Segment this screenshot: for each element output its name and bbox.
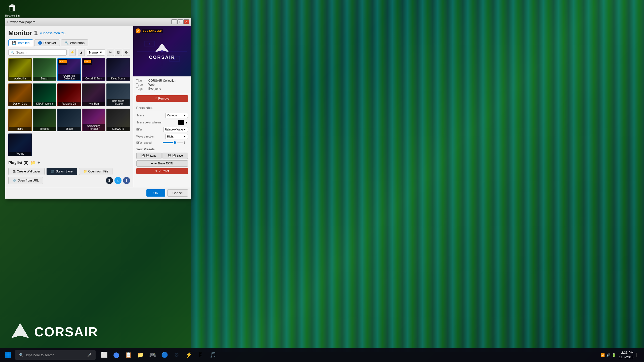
cue-badge-corsair-collection: ⊙ CUE [58, 59, 67, 65]
grid-item-ricepod[interactable]: Ricepod [33, 109, 57, 131]
speed-slider-thumb[interactable] [173, 141, 177, 144]
app-icon-3[interactable]: 📋 [123, 349, 134, 360]
app-icon-4[interactable]: 📁 [135, 349, 146, 360]
color-chevron-icon[interactable]: ▼ [185, 121, 188, 124]
app-icon-9[interactable]: 🎵 [207, 349, 218, 360]
ok-button[interactable]: OK [146, 189, 165, 197]
load-save-row: 💾 💾 Load 💾 💾 Save [136, 153, 188, 159]
grid-item-shimmering-particles[interactable]: Shimmering Particles [82, 109, 106, 131]
settings-icon[interactable]: ⚙ [123, 49, 130, 56]
grid-item-sheep[interactable]: Sheep [57, 109, 81, 131]
share-json-button[interactable]: ↩ ↩ Share JSON [136, 160, 188, 167]
scissors-icon[interactable]: ✂ [107, 49, 114, 56]
start-button[interactable] [2, 349, 14, 361]
grid-item-beach[interactable]: Beach [33, 58, 57, 81]
grid-item-dna-fragment[interactable]: DNA Fragment [33, 83, 57, 106]
twitter-social-icon[interactable]: t [114, 177, 122, 184]
wave-direction-dropdown[interactable]: Right ▼ [165, 134, 188, 139]
scene-dropdown[interactable]: Cartoon ▼ [165, 113, 188, 118]
effect-value: Rainbow Wave [165, 128, 184, 131]
steam-social-icon[interactable]: S [106, 177, 113, 184]
grid-item-fantastic-car[interactable]: Fantastic Car [57, 83, 81, 106]
share-json-icon: ↩ [151, 162, 153, 165]
grid-item-corsair-dtron[interactable]: ⊙ CUE Corsair D-Tron [82, 58, 106, 81]
network-icon[interactable]: 📶 [601, 353, 605, 357]
color-swatch[interactable] [178, 120, 184, 125]
tags-label: Tags [136, 87, 146, 90]
sort-chevron-icon: ▼ [99, 51, 103, 54]
grid-item-kylo-ren[interactable]: Kylo Ren [82, 83, 106, 106]
grid-item-label-deep-space: Deep Space [107, 77, 130, 80]
cancel-button[interactable]: Cancel [167, 189, 188, 197]
playlist-add-button[interactable]: + [37, 160, 40, 165]
tab-installed[interactable]: 💾 Installed [8, 39, 33, 46]
search-input[interactable] [16, 51, 64, 54]
dialog-window-controls: — □ ✕ [171, 19, 189, 24]
maximize-button[interactable]: □ [177, 19, 183, 24]
load-icon: 💾 [141, 154, 145, 157]
playlist-folder-icon[interactable]: 📁 [30, 160, 35, 165]
grid-item-techno[interactable]: Techno [8, 133, 32, 156]
open-url-icon: 🔗 [13, 179, 16, 182]
grid-item-deep-space[interactable]: Deep Space [106, 58, 130, 81]
app-icon-6[interactable]: 🔵 [159, 349, 170, 360]
sort-up-icon[interactable]: ▲ [78, 49, 85, 56]
monitor-icon[interactable]: 🖥 [115, 49, 122, 56]
svg-point-9 [161, 50, 163, 53]
effect-speed-value: 6 [184, 141, 188, 144]
volume-icon[interactable]: 🔊 [606, 353, 610, 357]
grid-item-rain-drops[interactable]: Rain drops (drizzle) [106, 83, 130, 106]
app-icon-5[interactable]: 🎮 [147, 349, 158, 360]
tab-workshop[interactable]: 🔧 Workshop [61, 39, 88, 46]
wave-direction-label: Wave direction [136, 135, 154, 138]
corsair-taskbar-icon[interactable]: ⚡ [183, 349, 194, 360]
open-from-url-label: Open from URL [18, 179, 39, 182]
recycle-bin-icon[interactable]: 🗑 Recycle Bin [5, 3, 20, 17]
grid-item-corsair-collection[interactable]: ⊙ CUE CORSAIR Collection [57, 58, 81, 81]
tab-discover[interactable]: 🔵 Discover [34, 39, 60, 46]
show-desktop-button[interactable] [636, 353, 642, 357]
sort-dropdown[interactable]: Name ▼ [87, 49, 105, 56]
steam-store-button[interactable]: 🛒 Steam Store [47, 168, 77, 175]
app-icon-8[interactable]: 🎛 [195, 349, 206, 360]
grid-item-label-sheep: Sheep [58, 127, 80, 131]
choose-monitor-link[interactable]: (Choose monitor) [40, 31, 65, 35]
remove-button[interactable]: ✕ Remove [136, 95, 188, 102]
grid-item-audiophile[interactable]: Audiophile [8, 58, 32, 81]
properties-title: Properties [136, 106, 188, 111]
taskbar: 🔍 Type here to search 🎤 ⬜ ⬤ 📋 📁 🎮 🔵 ⚙ ⚡ … [0, 348, 644, 362]
dialog-titlebar: Browse Wallpapers — □ ✕ [5, 18, 191, 26]
open-from-file-label: Open from File [88, 170, 108, 173]
facebook-social-icon[interactable]: f [123, 177, 130, 184]
grid-item-demon-core[interactable]: Demon Core [8, 83, 32, 106]
svg-rect-18 [8, 355, 11, 358]
create-wallpaper-button[interactable]: 🖼 Create Wallpaper [8, 168, 45, 175]
grid-item-retro[interactable]: Retro [8, 109, 32, 131]
filter-icon[interactable]: ⚡ [69, 49, 76, 56]
open-from-file-button[interactable]: 📁 Open from File [79, 168, 112, 175]
battery-icon[interactable]: 🔋 [612, 353, 616, 357]
left-panel: Monitor 1 (Choose monitor) 💾 Installed 🔵… [5, 26, 133, 187]
grid-item-starwars[interactable]: StarWARS [106, 109, 130, 131]
load-label: 💾 Load [146, 154, 156, 157]
browse-wallpapers-dialog: Browse Wallpapers — □ ✕ Monitor 1 (Choos… [5, 18, 191, 199]
recycle-bin-label: Recycle Bin [5, 14, 20, 17]
close-button[interactable]: ✕ [183, 19, 189, 24]
minimize-button[interactable]: — [171, 19, 177, 24]
load-button[interactable]: 💾 💾 Load [136, 153, 162, 159]
effect-dropdown[interactable]: Rainbow Wave ▼ [163, 127, 188, 132]
taskview-icon[interactable]: ⬜ [99, 349, 110, 360]
reset-button[interactable]: ↺ ↺ Reset [136, 168, 188, 174]
corsair-brand-name: CORSAIR [34, 324, 98, 339]
search-icon: 🔍 [11, 51, 15, 54]
steam-taskbar-icon[interactable]: ⚙ [171, 349, 182, 360]
save-button[interactable]: 💾 💾 Save [163, 153, 188, 159]
system-clock[interactable]: 2:33 PM 11/7/2018 [619, 350, 633, 359]
open-from-url-button[interactable]: 🔗 Open from URL [8, 177, 43, 184]
installed-tab-label: Installed [17, 41, 29, 45]
speed-slider-track[interactable] [163, 142, 183, 143]
chrome-icon[interactable]: ⬤ [111, 349, 122, 360]
title-label: Title [136, 79, 146, 82]
taskbar-search-box[interactable]: 🔍 Type here to search 🎤 [15, 350, 96, 360]
taskbar-app-icons: ⬜ ⬤ 📋 📁 🎮 🔵 ⚙ ⚡ 🎛 🎵 [99, 349, 218, 360]
